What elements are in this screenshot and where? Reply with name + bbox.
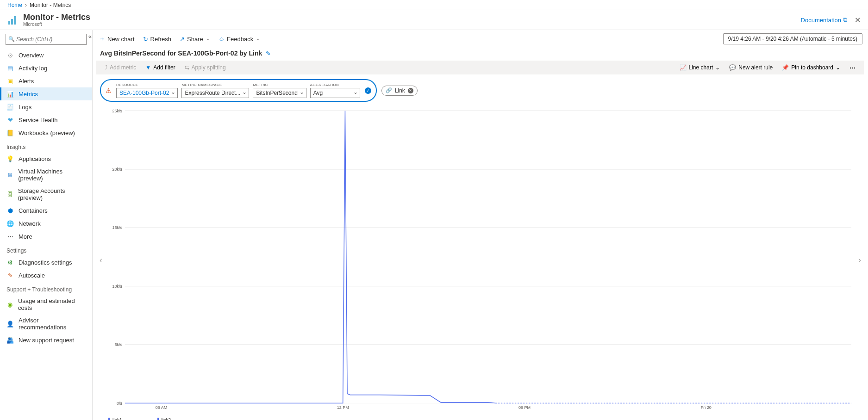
edit-title-icon[interactable]: ✎ [266, 50, 271, 57]
sidebar-item-new-support-request[interactable]: 🫂New support request [0, 334, 92, 346]
sidebar-item-applications[interactable]: 💡Applications [0, 152, 92, 165]
sidebar-item-metrics[interactable]: 📊Metrics [0, 87, 92, 100]
legend-card-link2[interactable]: link2SEA-100Gb-Port-0217.67/s [157, 418, 199, 420]
aggregation-select[interactable]: Avg [310, 88, 360, 98]
pin-to-dashboard-button[interactable]: 📌 Pin to dashboard ⌄ [779, 62, 843, 73]
svg-text:20k/s: 20k/s [112, 167, 122, 172]
link-icon: 🔗 [386, 87, 392, 93]
nav-icon: ▣ [6, 77, 14, 85]
svg-text:06 AM: 06 AM [156, 405, 168, 410]
nav-icon: 🌐 [6, 220, 14, 227]
chart-area[interactable]: 0/s5k/s10k/s15k/s20k/s25k/s06 AM12 PM06 … [106, 106, 855, 414]
sidebar-item-autoscale[interactable]: ✎Autoscale [0, 269, 92, 282]
nav-icon: ✎ [6, 272, 14, 279]
nav-icon: ⊙ [6, 51, 14, 59]
chart-prev-button[interactable]: ‹ [96, 106, 106, 414]
sidebar-item-service-health[interactable]: ❤Service Health [0, 113, 92, 126]
feedback-icon: ☺ [219, 36, 225, 43]
legend-card-link1[interactable]: link1SEA-100Gb-Port-02456.98/s [108, 418, 150, 420]
sidebar-item-alerts[interactable]: ▣Alerts [0, 74, 92, 87]
legend-series-name: link1 [112, 418, 150, 420]
share-icon: ↗ [180, 36, 185, 43]
breadcrumb-current: Monitor - Metrics [30, 2, 71, 8]
svg-rect-0 [8, 21, 10, 25]
section-insights-label: Insights [0, 139, 92, 152]
resource-select[interactable]: SEA-100Gb-Port-02 [116, 88, 178, 98]
sidebar-item-virtual-machines-preview-[interactable]: 🖥Virtual Machines (preview) [0, 165, 92, 185]
svg-text:5k/s: 5k/s [114, 342, 122, 347]
sidebar-item-diagnostics-settings[interactable]: ⚙Diagnostics settings [0, 256, 92, 269]
chevron-down-icon: ⌄ [836, 64, 840, 71]
sidebar-item-advisor-recommendations[interactable]: 👤Advisor recommendations [0, 314, 92, 334]
sidebar-item-network[interactable]: 🌐Network [0, 217, 92, 230]
feedback-button[interactable]: ☺ Feedback ⌄ [218, 34, 261, 44]
nav-icon: ▤ [6, 64, 14, 72]
remove-pill-icon[interactable]: ✕ [408, 88, 413, 93]
nav-icon: 👤 [6, 320, 14, 327]
new-alert-rule-button[interactable]: 💬 New alert rule [726, 62, 775, 73]
time-range-picker[interactable]: 9/19 4:26 AM - 9/20 4:26 AM (Automatic -… [723, 33, 862, 44]
sidebar-item-overview[interactable]: ⊙Overview [0, 49, 92, 62]
chevron-down-icon: ⌄ [206, 37, 210, 41]
close-button[interactable]: ✕ [855, 16, 861, 25]
svg-text:0/s: 0/s [117, 401, 123, 406]
nav-icon: ◉ [6, 301, 13, 308]
add-metric-icon: ⤴ [105, 64, 107, 71]
aggregation-label: AGGREGATION [310, 83, 360, 87]
legend-series-name: link2 [162, 418, 199, 420]
nav-label: Alerts [19, 78, 34, 85]
nav-label: Usage and estimated costs [18, 297, 86, 311]
svg-rect-1 [11, 19, 13, 25]
new-chart-button[interactable]: ＋ New chart [98, 33, 136, 45]
sidebar: « 🔍 ⊙Overview▤Activity log▣Alerts📊Metric… [0, 30, 93, 420]
nav-icon: ⚙ [6, 259, 14, 266]
plus-icon: ＋ [99, 35, 105, 43]
documentation-link[interactable]: Documentation ⧉ [801, 16, 847, 24]
nav-label: Service Health [19, 117, 58, 124]
nav-label: Applications [19, 155, 51, 162]
nav-label: Autoscale [19, 272, 45, 279]
nav-icon: ⬢ [6, 207, 14, 214]
chart-title: Avg BitsInPerSecond for SEA-100Gb-Port-0… [100, 49, 262, 57]
sidebar-item-storage-accounts-preview-[interactable]: 🗄Storage Accounts (preview) [0, 185, 92, 204]
link-filter-pill[interactable]: 🔗 Link ✕ [381, 86, 418, 96]
nav-icon: 🧾 [6, 103, 14, 111]
nav-icon: 💡 [6, 155, 14, 162]
sidebar-item-workbooks-preview-[interactable]: 📒Workbooks (preview) [0, 126, 92, 139]
confirm-icon[interactable]: ✓ [365, 87, 371, 94]
nav-label: Diagnostics settings [19, 259, 72, 266]
split-icon: ⇆ [185, 64, 189, 71]
svg-text:15k/s: 15k/s [112, 225, 122, 230]
breadcrumb-sep: › [25, 2, 27, 8]
sidebar-item-activity-log[interactable]: ▤Activity log [0, 62, 92, 74]
chart-next-button[interactable]: › [855, 106, 864, 414]
chart-legend: link1SEA-100Gb-Port-02456.98/slink2SEA-1… [93, 414, 868, 420]
metrics-icon [7, 14, 19, 25]
sidebar-item-logs[interactable]: 🧾Logs [0, 100, 92, 113]
warning-icon: ⚠ [106, 87, 112, 94]
nav-label: Metrics [19, 91, 38, 98]
svg-rect-2 [14, 16, 16, 25]
breadcrumb-home[interactable]: Home [7, 2, 22, 8]
sidebar-item-more[interactable]: ⋯More [0, 230, 92, 243]
apply-splitting-button[interactable]: ⇆ Apply splitting [182, 62, 229, 73]
nav-label: Workbooks (preview) [19, 130, 75, 136]
sidebar-item-containers[interactable]: ⬢Containers [0, 204, 92, 217]
sidebar-item-usage-and-estimated-costs[interactable]: ◉Usage and estimated costs [0, 295, 92, 314]
more-button[interactable]: ⋯ [847, 64, 859, 71]
nav-icon: 📊 [6, 90, 14, 98]
add-metric-button[interactable]: ⤴ Add metric [102, 62, 139, 73]
refresh-button[interactable]: ↻ Refresh [142, 34, 173, 44]
namespace-select[interactable]: ExpressRoute Direct... [181, 88, 249, 98]
metric-select[interactable]: BitsInPerSecond [253, 88, 306, 98]
sidebar-search-input[interactable] [6, 34, 87, 45]
share-button[interactable]: ↗ Share ⌄ [179, 34, 211, 44]
nav-icon: 🫂 [6, 336, 14, 344]
nav-label: Virtual Machines (preview) [18, 168, 86, 182]
add-filter-button[interactable]: ▼ Add filter [143, 62, 178, 73]
nav-label: Network [19, 220, 41, 227]
chart-type-button[interactable]: 📈 Line chart ⌄ [677, 62, 723, 73]
nav-label: Overview [19, 52, 44, 59]
nav-label: Advisor recommendations [19, 317, 86, 331]
section-settings-label: Settings [0, 243, 92, 256]
